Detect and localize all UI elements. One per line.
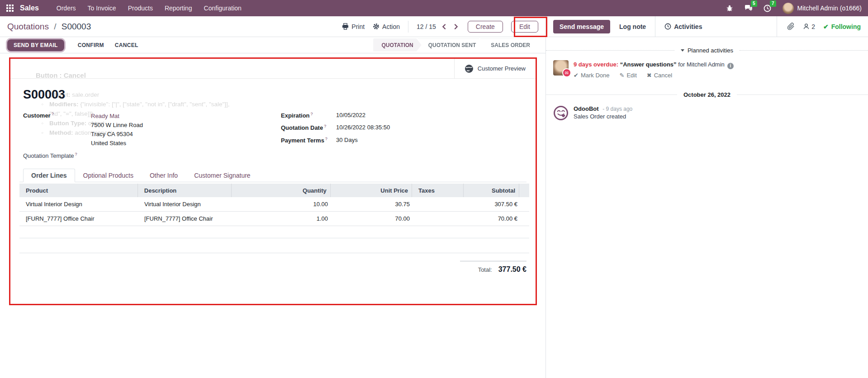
user-menu[interactable]: Mitchell Admin (o1666): [797, 5, 862, 12]
nav-item-to-invoice[interactable]: To Invoice: [82, 0, 122, 16]
person-icon: [803, 23, 810, 30]
activities-badge: 7: [770, 0, 776, 7]
nav-item-configuration[interactable]: Configuration: [198, 0, 247, 16]
breadcrumb: Quotations / S00003: [7, 22, 91, 32]
form-area: Customer Preview Button : Cancel Object:…: [0, 53, 545, 378]
divider: [408, 21, 408, 33]
quotation-date-value: 10/26/2022 08:35:50: [336, 124, 390, 131]
gear-icon: [373, 23, 379, 30]
print-button[interactable]: Print: [342, 23, 365, 30]
mark-done-button[interactable]: ✔Mark Done: [574, 71, 609, 80]
column-header-product[interactable]: Product: [19, 184, 138, 197]
pencil-icon: ✎: [619, 72, 624, 79]
pager-previous-icon[interactable]: [441, 23, 448, 30]
envelope-icon: ✉: [565, 71, 569, 76]
tab-customer-signature[interactable]: Customer Signature: [186, 169, 259, 182]
step-quotation[interactable]: QUOTATION: [374, 39, 422, 52]
edit-button[interactable]: Edit: [511, 21, 538, 33]
globe-icon: [465, 64, 474, 73]
message-timestamp: - 9 days ago: [602, 106, 632, 112]
info-icon[interactable]: i: [727, 63, 734, 69]
status-steps: QUOTATION QUOTATION SENT SALES ORDER: [374, 39, 538, 52]
pager-next-icon[interactable]: [452, 23, 460, 30]
messages-icon[interactable]: 5: [743, 3, 754, 14]
pager-value: 12 / 15: [417, 23, 436, 30]
sheet-top-strip: Customer Preview: [10, 59, 536, 79]
activity-edit-button[interactable]: ✎Edit: [619, 71, 636, 80]
total-label: Total:: [478, 266, 492, 273]
order-line-row[interactable]: Virtual Interior Design Virtual Interior…: [19, 197, 529, 212]
odoo-app: Sales Orders To Invoice Products Reporti…: [0, 0, 868, 378]
check-icon: ✔: [574, 72, 579, 79]
activities-clock-icon[interactable]: 7: [762, 3, 773, 14]
message-author[interactable]: OdooBot: [574, 105, 599, 112]
confirm-button[interactable]: CONFIRM: [72, 39, 109, 51]
customer-link[interactable]: Ready Mat: [91, 113, 119, 119]
order-lines-table: Product Description Quantity Unit Price …: [19, 184, 529, 253]
nav-item-reporting[interactable]: Reporting: [159, 0, 198, 16]
planned-activities-toggle[interactable]: Planned activities: [674, 47, 740, 54]
step-sales-order[interactable]: SALES ORDER: [480, 39, 538, 52]
create-button[interactable]: Create: [468, 21, 503, 33]
printer-icon: [342, 23, 349, 30]
statusbar: SEND BY EMAIL CONFIRM CANCEL QUOTATION Q…: [0, 37, 545, 53]
breadcrumb-quotations[interactable]: Quotations: [7, 22, 49, 31]
column-header-taxes[interactable]: Taxes: [412, 184, 463, 197]
pager: 12 / 15: [417, 23, 460, 30]
action-menu-button[interactable]: Action: [373, 23, 400, 30]
step-quotation-sent[interactable]: QUOTATION SENT: [417, 39, 484, 52]
chatter-panel: Send message Log note Activities 2 ✔ Fol…: [545, 16, 868, 378]
order-total: Total: 377.50 €: [460, 261, 526, 274]
order-line-row[interactable]: [FURN_7777] Office Chair [FURN_7777] Off…: [19, 212, 529, 226]
schedule-activity-button[interactable]: Activities: [655, 23, 711, 30]
empty-row: [19, 226, 529, 238]
clock-icon: [664, 23, 671, 30]
total-value: 377.50 €: [498, 265, 526, 274]
column-header-quantity[interactable]: Quantity: [231, 184, 330, 197]
followers-button[interactable]: 2: [803, 23, 815, 30]
log-note-button[interactable]: Log note: [610, 23, 655, 30]
following-button[interactable]: ✔ Following: [823, 23, 861, 30]
send-message-button[interactable]: Send message: [553, 20, 610, 33]
form-pane: Quotations / S00003 Print Action 1: [0, 16, 545, 378]
tab-optional-products[interactable]: Optional Products: [75, 169, 142, 182]
control-panel: Quotations / S00003 Print Action 1: [0, 16, 545, 37]
activity-overdue: 9 days overdue:: [574, 61, 618, 68]
customer-city: Tracy CA 95304: [91, 130, 143, 139]
apps-menu-icon[interactable]: [6, 5, 14, 12]
form-sheet-annotated-red: Customer Preview Button : Cancel Object:…: [9, 57, 537, 305]
nav-item-orders[interactable]: Orders: [51, 0, 82, 16]
activity-avatar: ✉: [553, 60, 569, 76]
activity-item: ✉ 9 days overdue: “Answer questions” for…: [546, 56, 868, 80]
date-divider: October 26, 2022: [546, 91, 868, 98]
nav-item-products[interactable]: Products: [122, 0, 159, 16]
x-icon: ✖: [647, 72, 652, 79]
expiration-value: 10/05/2022: [336, 112, 365, 119]
customer-field-label: Customer?: [23, 112, 91, 149]
messages-badge: 5: [751, 0, 757, 7]
optional-columns-toggle[interactable]: [519, 184, 529, 197]
column-header-description[interactable]: Description: [138, 184, 231, 197]
attachment-paperclip-icon[interactable]: [787, 23, 795, 30]
debug-bug-icon[interactable]: [724, 3, 735, 14]
app-brand[interactable]: Sales: [20, 4, 39, 12]
column-header-unit-price[interactable]: Unit Price: [330, 184, 412, 197]
caret-down-icon: [681, 49, 684, 52]
send-by-email-button[interactable]: SEND BY EMAIL: [7, 39, 64, 51]
chatter-feed: Planned activities ✉ 9 days overdue: “An…: [546, 37, 868, 127]
tab-other-info[interactable]: Other Info: [142, 169, 186, 182]
quotation-date-field-label: Quotation Date?: [281, 124, 336, 131]
chatter-toolbar: Send message Log note Activities 2 ✔ Fol…: [546, 16, 868, 37]
payment-terms-field-label: Payment Terms?: [281, 137, 336, 144]
activity-assignee: for Mitchell Admin: [678, 61, 725, 68]
customer-preview-button[interactable]: Customer Preview: [454, 59, 536, 78]
customer-street: 7500 W Linne Road: [91, 121, 143, 130]
cancel-button[interactable]: CANCEL: [109, 39, 144, 51]
empty-row: [19, 238, 529, 253]
activity-title: “Answer questions”: [620, 61, 677, 68]
tab-order-lines[interactable]: Order Lines: [23, 169, 75, 182]
column-header-subtotal[interactable]: Subtotal: [463, 184, 519, 197]
activity-cancel-button[interactable]: ✖Cancel: [647, 71, 672, 80]
top-navbar: Sales Orders To Invoice Products Reporti…: [0, 0, 868, 16]
breadcrumb-current: S00003: [62, 22, 91, 31]
